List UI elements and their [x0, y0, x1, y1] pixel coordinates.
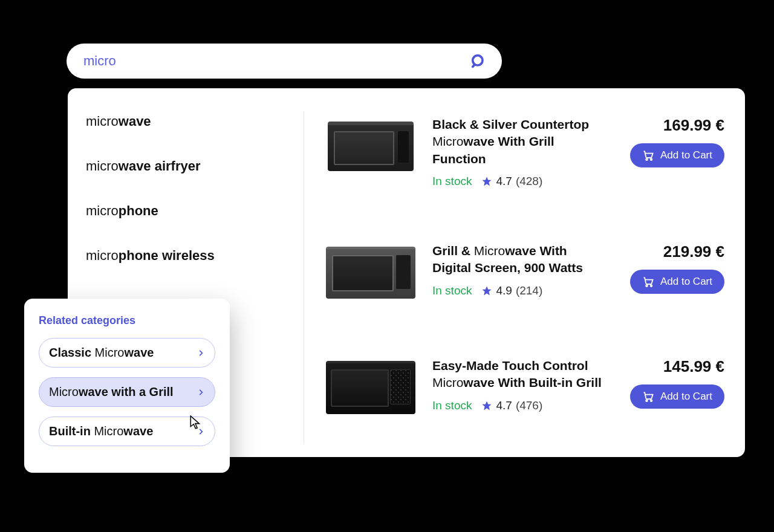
suggestion-prefix: micro: [86, 158, 119, 174]
rating: 4.7(428): [481, 175, 542, 188]
suggestion-highlight: wave: [119, 114, 151, 129]
price: 219.99 €: [663, 242, 724, 261]
product-info: Easy-Made Touch Control Microwave With B…: [432, 357, 605, 412]
product-info: Grill & Microwave With Digital Screen, 9…: [432, 242, 605, 297]
suggestion-highlight: wave airfryer: [119, 158, 201, 174]
rating-value: 4.7: [496, 399, 512, 412]
suggestion-item[interactable]: microwave airfryer: [86, 150, 291, 195]
chevron-right-icon: [197, 388, 205, 397]
svg-point-10: [651, 400, 652, 401]
chevron-right-icon: [197, 349, 205, 357]
search-icon[interactable]: [468, 51, 489, 71]
price: 145.99 €: [663, 357, 724, 376]
product-title: Easy-Made Touch Control Microwave With B…: [432, 357, 605, 392]
svg-marker-5: [483, 286, 492, 295]
product-thumbnail: [326, 116, 415, 177]
svg-point-9: [646, 400, 648, 401]
svg-marker-8: [483, 401, 492, 410]
product-thumbnail: [326, 242, 415, 303]
svg-marker-2: [483, 177, 492, 186]
reviews-count: (476): [516, 399, 542, 412]
svg-point-3: [646, 158, 648, 160]
chevron-right-icon: [197, 427, 205, 436]
rating: 4.9(214): [481, 284, 542, 297]
related-categories-title: Related categories: [39, 314, 215, 327]
add-to-cart-button[interactable]: Add to Cart: [630, 143, 724, 167]
category-builtin-microwave[interactable]: Built-in Microwave: [39, 417, 215, 446]
suggestion-prefix: micro: [86, 114, 119, 129]
suggestion-prefix: micro: [86, 248, 119, 263]
add-to-cart-label: Add to Cart: [660, 276, 712, 288]
rating-value: 4.9: [496, 284, 512, 297]
product-thumbnail: [326, 357, 415, 418]
related-categories-panel: Related categories Classic Microwave Mic…: [24, 299, 230, 473]
add-to-cart-button[interactable]: Add to Cart: [630, 270, 724, 294]
star-icon: [481, 285, 492, 296]
add-to-cart-button[interactable]: Add to Cart: [630, 384, 724, 409]
reviews-count: (428): [516, 175, 542, 188]
stock-status: In stock: [432, 284, 472, 297]
suggestion-item[interactable]: microphone: [86, 195, 291, 239]
add-to-cart-label: Add to Cart: [660, 391, 712, 403]
suggestion-item[interactable]: microphone wireless: [86, 239, 291, 284]
svg-line-1: [473, 65, 475, 66]
rating: 4.7(476): [481, 399, 542, 412]
svg-point-4: [651, 158, 652, 160]
stock-status: In stock: [432, 175, 472, 188]
price: 169.99 €: [663, 116, 724, 135]
category-microwave-grill[interactable]: Microwave with a Grill: [39, 377, 215, 407]
add-to-cart-label: Add to Cart: [660, 149, 712, 161]
product-row[interactable]: Easy-Made Touch Control Microwave With B…: [326, 357, 724, 418]
star-icon: [481, 176, 492, 187]
suggestion-prefix: micro: [86, 203, 119, 218]
rating-value: 4.7: [496, 175, 512, 188]
product-row[interactable]: Grill & Microwave With Digital Screen, 9…: [326, 242, 724, 303]
products-list: Black & Silver Countertop Microwave With…: [326, 105, 724, 440]
product-info: Black & Silver Countertop Microwave With…: [432, 116, 605, 188]
divider: [304, 111, 304, 444]
svg-point-6: [646, 285, 648, 287]
suggestion-item[interactable]: microwave: [86, 105, 291, 150]
search-input[interactable]: [83, 53, 468, 69]
product-title: Grill & Microwave With Digital Screen, 9…: [432, 242, 605, 277]
category-classic-microwave[interactable]: Classic Microwave: [39, 338, 215, 368]
suggestion-highlight: phone: [119, 203, 158, 218]
stock-status: In stock: [432, 399, 472, 412]
svg-point-7: [651, 285, 652, 287]
search-bar: [67, 44, 502, 79]
product-row[interactable]: Black & Silver Countertop Microwave With…: [326, 116, 724, 188]
product-title: Black & Silver Countertop Microwave With…: [432, 116, 605, 167]
reviews-count: (214): [516, 284, 542, 297]
cart-icon: [642, 391, 654, 403]
suggestion-highlight: phone wireless: [119, 248, 215, 263]
svg-point-0: [473, 56, 483, 65]
star-icon: [481, 400, 492, 411]
cart-icon: [642, 149, 654, 161]
cart-icon: [642, 276, 654, 288]
